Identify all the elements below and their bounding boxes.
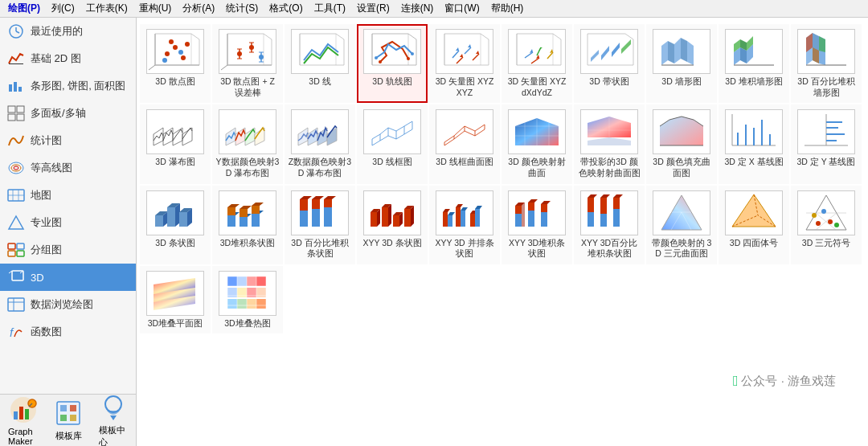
graph-cell-wall3d[interactable]: 3D 墙形图 xyxy=(646,24,717,103)
sidebar-item-bar-pie[interactable]: 条形图, 饼图, 面积图 xyxy=(0,72,136,100)
graph-cell-scatter3d[interactable]: 3D 散点图 xyxy=(140,24,211,103)
graph-cell-ribbon3d[interactable]: 3D 带状图 xyxy=(574,24,645,103)
graph-label-xyy-bar3d: XYY 3D 条状图 xyxy=(362,238,421,249)
graph-cell-y-baseline[interactable]: 3D 定 Y 基线图 xyxy=(791,104,862,183)
sidebar-item-data-browse[interactable]: 数据浏览绘图 xyxy=(0,291,136,318)
graph-thumb-pct-wall3d xyxy=(797,29,855,74)
menu-bar: 绘图(P) 列(C) 工作表(K) 重构(U) 分析(A) 统计(S) 格式(O… xyxy=(0,0,868,18)
graph-cell-color-fill-surface[interactable]: 3D 颜色填充曲面图 xyxy=(646,104,717,183)
menu-item-column[interactable]: 列(C) xyxy=(47,1,80,16)
svg-rect-284 xyxy=(588,198,594,212)
graph-cell-xyy-stack-bar3d[interactable]: XYY 3D堆积条状图 xyxy=(502,186,572,264)
graph-cell-bar3d[interactable]: 3D 条状图 xyxy=(140,186,211,264)
graph-thumb-z-color-waterfall xyxy=(291,109,349,154)
graph-cell-ternary-symbol[interactable]: 3D 三元符号 xyxy=(791,186,862,264)
graph-cell-wireframe-surface[interactable]: 3D 线框曲面图 xyxy=(429,104,500,183)
graph-label-tetrahedron3d: 3D 四面体号 xyxy=(730,238,778,249)
graph-cell-y-color-waterfall[interactable]: Y数据颜色映射3D 瀑布布图 xyxy=(212,104,283,183)
graph-label-trajectory3d: 3D 轨线图 xyxy=(372,76,411,88)
sidebar-item-map[interactable]: 地图 xyxy=(0,182,136,209)
menu-item-reconstruct[interactable]: 重构(U) xyxy=(134,1,177,16)
graph-cell-xyy-pct-bar3d[interactable]: XYY 3D百分比堆积条状图 xyxy=(574,186,645,264)
sidebar-item-contour[interactable]: 等高线图 xyxy=(0,154,136,182)
sidebar-item-3d[interactable]: 3D xyxy=(0,264,136,291)
graph-cell-vector3d-xyz[interactable]: 3D 矢量图 XYZ XYZ xyxy=(429,24,500,103)
menu-item-worksheet[interactable]: 工作表(K) xyxy=(81,1,133,16)
graph-cell-trajectory3d[interactable]: 3D 轨线图 xyxy=(357,24,428,103)
sidebar-item-multi-panel[interactable]: 多面板/多轴 xyxy=(0,100,136,127)
sidebar-label-group: 分组图 xyxy=(31,243,62,257)
toolbar-template-center[interactable]: 模板中心 xyxy=(99,393,128,447)
graph-cell-color-map-surface[interactable]: 3D 颜色映射射曲面 xyxy=(502,104,572,183)
graph-label-ribbon3d: 3D 带状图 xyxy=(589,76,628,88)
content-area: 3D 散点图 xyxy=(137,18,868,446)
graph-cell-pct-bar3d[interactable]: 3D 百分比堆积条状图 xyxy=(285,186,355,264)
graph-thumb-pct-bar3d xyxy=(291,190,349,235)
graph-cell-stack-wall3d[interactable]: 3D 堆积墙形图 xyxy=(719,24,789,103)
graph-thumb-ternary-symbol xyxy=(797,190,855,235)
svg-rect-317 xyxy=(227,276,237,286)
sidebar-label-professional: 专业图 xyxy=(31,215,62,230)
graph-label-wall3d: 3D 墙形图 xyxy=(661,76,701,88)
graph-label-wireframe-surface: 3D 线框曲面图 xyxy=(436,157,493,168)
graph-cell-vector3d-dxyz[interactable]: 3D 矢量图 XYZ dXdYdZ xyxy=(502,24,572,103)
sidebar-item-function[interactable]: f 函数图 xyxy=(0,318,136,346)
sidebar-item-basic2d[interactable]: 基础 2D 图 xyxy=(0,45,136,72)
graph-cell-scatter3d-z[interactable]: 3D 散点图 + Z 误差棒 xyxy=(212,24,283,103)
graph-thumb-scatter3d xyxy=(146,29,204,74)
svg-marker-257 xyxy=(411,206,414,227)
graph-row-2: 3D 瀑布图 xyxy=(140,104,865,183)
svg-point-82 xyxy=(411,52,414,55)
graph-cell-wireframe3d[interactable]: 3D 线框图 xyxy=(357,104,428,183)
svg-rect-227 xyxy=(240,217,248,227)
map-icon xyxy=(6,186,26,205)
graph-thumb-scatter3d-z xyxy=(219,29,276,74)
menu-item-connect[interactable]: 连接(N) xyxy=(396,1,439,16)
graph-cell-color-ternary-surface[interactable]: 带颜色映射的 3D 三元曲面图 xyxy=(646,186,717,264)
graph-cell-xyy-bar3d[interactable]: XYY 3D 条状图 xyxy=(357,186,428,264)
graph-cell-z-color-waterfall[interactable]: Z数据颜色映射3D 瀑布布图 xyxy=(285,104,355,183)
menu-item-format[interactable]: 格式(O) xyxy=(264,1,307,16)
graph-cell-xyy-side-bar3d[interactable]: XYY 3D 并排条状图 xyxy=(429,186,500,264)
svg-rect-30 xyxy=(19,407,23,419)
sidebar-item-recent[interactable]: 最近使用的 xyxy=(0,18,136,45)
svg-rect-37 xyxy=(60,415,67,421)
graph-label-scatter3d: 3D 散点图 xyxy=(155,76,194,88)
graph-cell-stack-plane3d[interactable]: 3D堆叠平面图 xyxy=(140,266,211,334)
menu-item-window[interactable]: 窗口(W) xyxy=(440,1,484,16)
graph-thumb-color-fill-surface xyxy=(653,109,710,154)
svg-rect-136 xyxy=(147,110,203,153)
graph-cell-proj-color-surface[interactable]: 带投影的3D 颜色映射射曲面图 xyxy=(574,104,645,183)
toolbar-template-lib[interactable]: 模板库 xyxy=(54,399,83,442)
graph-thumb-stack-wall3d xyxy=(725,29,783,74)
graph-row-3: 3D 条状图 xyxy=(140,186,865,264)
graph-label-bar3d: 3D 条状图 xyxy=(155,238,194,249)
menu-item-analysis[interactable]: 分析(A) xyxy=(178,1,219,16)
graph-thumb-stack-bar3d xyxy=(219,190,276,235)
graph-cell-waterfall3d[interactable]: 3D 瀑布图 xyxy=(140,104,211,183)
graph-cell-tetrahedron3d[interactable]: 3D 四面体号 xyxy=(719,186,789,264)
menu-item-plot[interactable]: 绘图(P) xyxy=(3,1,45,16)
graph-cell-line3d[interactable]: 3D 线 xyxy=(285,24,355,103)
toolbar-graph-maker[interactable]: Graph Maker xyxy=(8,395,38,446)
sidebar-label-multi-panel: 多面板/多轴 xyxy=(31,106,86,121)
menu-item-stats[interactable]: 统计(S) xyxy=(221,1,263,16)
graph-cell-stack-bar3d[interactable]: 3D堆积条状图 xyxy=(212,186,283,264)
menu-item-settings[interactable]: 设置(R) xyxy=(352,1,395,16)
sidebar-item-stats[interactable]: 统计图 xyxy=(0,127,136,154)
graph-thumb-color-ternary-surface xyxy=(653,190,710,235)
svg-rect-272 xyxy=(515,214,522,227)
svg-rect-9 xyxy=(8,114,15,121)
graph-cell-pct-wall3d[interactable]: 3D 百分比堆积墙形图 xyxy=(791,24,862,103)
menu-item-tools[interactable]: 工具(T) xyxy=(309,1,350,16)
svg-rect-35 xyxy=(60,405,67,411)
svg-rect-24 xyxy=(8,298,24,311)
graph-cell-stack-heat3d[interactable]: 3D堆叠热图 xyxy=(212,266,283,334)
graph-cell-x-baseline[interactable]: 3D 定 X 基线图 xyxy=(719,104,789,183)
sidebar-label-function: 函数图 xyxy=(31,325,62,339)
menu-item-help[interactable]: 帮助(H) xyxy=(486,1,529,16)
sidebar-item-professional[interactable]: 专业图 xyxy=(0,209,136,236)
svg-rect-3 xyxy=(9,63,23,64)
svg-rect-5 xyxy=(14,82,17,92)
sidebar-item-group[interactable]: 分组图 xyxy=(0,236,136,264)
